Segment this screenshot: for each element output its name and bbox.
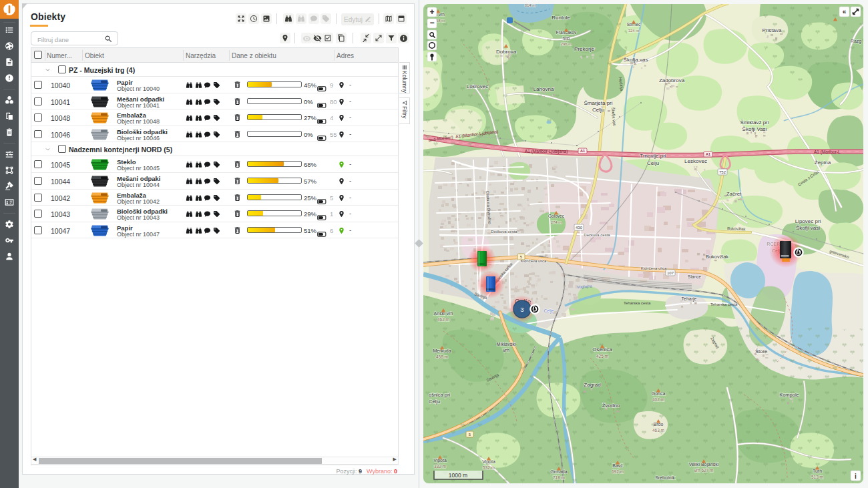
svg-text:Dečkova cesta: Dečkova cesta: [491, 230, 517, 234]
svg-text:Celju: Celju: [592, 107, 604, 113]
svg-text:462 m: 462 m: [437, 317, 449, 322]
svg-text:Škofji Vasi: Škofji Vasi: [742, 126, 767, 132]
svg-text:Žvodno: Žvodno: [602, 403, 620, 409]
svg-text:Lipovec pri: Lipovec pri: [795, 218, 821, 224]
svg-text:Teharje: Teharje: [682, 296, 697, 302]
svg-text:Celju: Celju: [647, 160, 659, 166]
svg-text:Šmiklavž pri: Šmiklavž pri: [740, 119, 769, 126]
svg-text:A1 (Maribor-Ljubljana): A1 (Maribor-Ljubljana): [525, 149, 568, 154]
svg-text:296 m: 296 m: [561, 42, 572, 46]
svg-text:3: 3: [520, 306, 523, 313]
svg-text:314 m: 314 m: [525, 4, 536, 7]
svg-text:332 m: 332 m: [434, 464, 446, 469]
svg-text:Celju: Celju: [429, 399, 440, 405]
svg-text:Škofji vasi: Škofji vasi: [796, 225, 820, 231]
svg-text:Slance: Slance: [688, 274, 701, 279]
svg-text:532 m: 532 m: [483, 465, 495, 470]
svg-text:Škofja vas: Škofja vas: [624, 57, 648, 63]
svg-text:463 m: 463 m: [652, 428, 664, 433]
svg-text:Pristava: Pristava: [763, 27, 782, 33]
svg-text:Šmarjeta pri: Šmarjeta pri: [584, 100, 612, 106]
svg-text:Runtole: Runtole: [552, 15, 570, 21]
svg-text:Teharska cesta: Teharska cesta: [624, 301, 651, 305]
svg-text:Dobrova: Dobrova: [496, 49, 517, 55]
svg-text:+: +: [429, 7, 434, 17]
svg-text:458 m: 458 m: [436, 354, 448, 359]
svg-text:−: −: [429, 18, 434, 27]
svg-text:Začret: Začret: [726, 191, 742, 197]
svg-text:1000 m: 1000 m: [449, 472, 467, 479]
svg-text:Razg: Razg: [851, 39, 861, 44]
svg-text:i: i: [855, 473, 857, 480]
svg-text:Prekorje: Prekorje: [574, 46, 594, 52]
svg-text:324 m: 324 m: [628, 29, 640, 33]
svg-text:Lokrovec: Lokrovec: [467, 83, 488, 89]
svg-text:Teharska cesta: Teharska cesta: [710, 302, 738, 306]
svg-text:692 m: 692 m: [612, 469, 624, 474]
svg-text:Zadobrova: Zadobrova: [659, 77, 685, 83]
svg-text:425 m: 425 m: [596, 354, 608, 358]
svg-text:Kidričeva ulica: Kidričeva ulica: [641, 266, 667, 270]
svg-text:vrh: vrh: [503, 348, 509, 352]
svg-text:Bukovžlak: Bukovžlak: [706, 254, 728, 260]
svg-text:hrib: hrib: [563, 36, 570, 41]
svg-text:430: 430: [576, 226, 583, 230]
svg-text:Kompole: Kompole: [779, 392, 799, 398]
svg-text:Leskovec: Leskovec: [684, 158, 707, 164]
svg-text:Žepina: Žepina: [815, 160, 831, 166]
svg-text:A1: A1: [580, 149, 585, 153]
svg-text:ošnica pri: ošnica pri: [429, 392, 450, 398]
svg-text:718 m: 718 m: [553, 475, 565, 480]
svg-text:vrh 627 m: vrh 627 m: [694, 468, 714, 473]
svg-text:Štore: Štore: [755, 348, 767, 354]
svg-text:A1 (Maribor-L: A1 (Maribor-L: [814, 150, 841, 155]
svg-text:Zagrad: Zagrad: [584, 382, 600, 388]
svg-text:Miklavški: Miklavški: [497, 342, 516, 346]
svg-text:Srebotnik: Srebotnik: [655, 475, 675, 480]
svg-text:Celje: Celje: [544, 308, 554, 314]
svg-text:Lahovna: Lahovna: [533, 86, 554, 92]
svg-text:513 m: 513 m: [811, 475, 823, 479]
svg-text:402 m: 402 m: [652, 397, 664, 402]
svg-text:Dečkova cesta: Dečkova cesta: [584, 233, 610, 237]
svg-text:Trnovlje pri: Trnovlje pri: [640, 153, 666, 159]
svg-text:«: «: [843, 8, 847, 15]
svg-text:752: 752: [719, 170, 726, 174]
svg-text:A1: A1: [706, 152, 710, 156]
svg-text:274 m: 274 m: [551, 220, 562, 224]
svg-text:107: 107: [667, 271, 674, 275]
